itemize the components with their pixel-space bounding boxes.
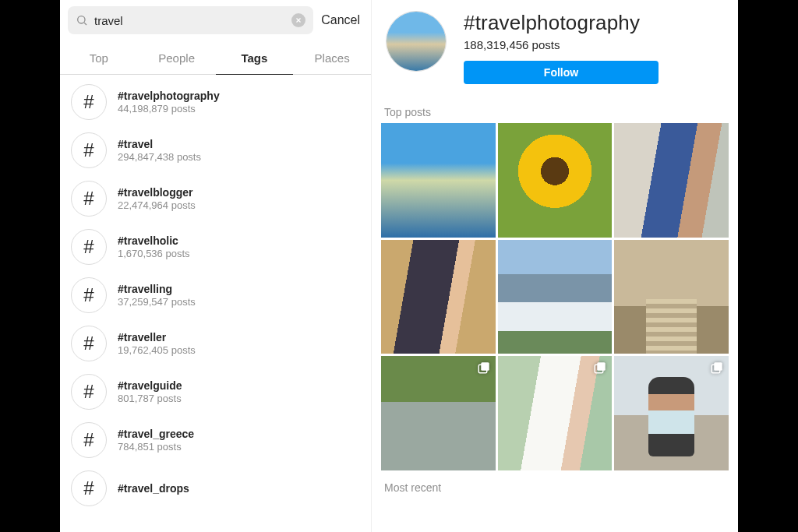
svg-rect-6	[598, 363, 606, 372]
hashtag-result[interactable]: ##travelling37,259,547 posts	[60, 271, 371, 319]
hashtag-result[interactable]: ##traveller19,762,405 posts	[60, 319, 371, 368]
search-row: Cancel	[60, 0, 371, 42]
post-thumbnail[interactable]	[498, 240, 613, 354]
follow-button[interactable]: Follow	[464, 61, 659, 84]
result-name: #travel_greece	[118, 428, 194, 440]
result-name: #travelholic	[118, 234, 190, 247]
clear-search-icon[interactable]	[291, 13, 305, 27]
result-name: #travelling	[118, 283, 196, 295]
post-thumbnail[interactable]	[614, 123, 729, 238]
search-input[interactable]	[88, 14, 291, 27]
hashtag-result[interactable]: ##travelblogger22,474,964 posts	[60, 174, 371, 223]
hashtag-result[interactable]: ##travelphotography44,198,879 posts	[60, 78, 371, 126]
hashtag-result[interactable]: ##travel_greece784,851 posts	[60, 416, 371, 464]
result-name: #traveller	[118, 331, 196, 344]
result-post-count: 801,787 posts	[118, 393, 182, 404]
hash-icon: #	[71, 84, 107, 120]
svg-line-1	[84, 23, 87, 25]
post-thumbnail[interactable]	[381, 240, 496, 354]
result-post-count: 37,259,547 posts	[118, 296, 196, 308]
post-thumbnail[interactable]	[381, 356, 496, 470]
post-thumbnail[interactable]	[614, 356, 729, 470]
multi-post-icon	[593, 361, 607, 375]
hashtag-result[interactable]: ##travel294,847,438 posts	[60, 126, 371, 174]
hashtag-avatar	[386, 11, 447, 72]
result-post-count: 784,851 posts	[118, 441, 194, 453]
hash-icon: #	[71, 470, 107, 506]
tab-top[interactable]: Top	[60, 42, 138, 74]
hash-icon: #	[71, 181, 107, 217]
cancel-button[interactable]: Cancel	[321, 13, 363, 27]
hash-icon: #	[71, 422, 107, 458]
multi-post-icon	[477, 361, 491, 375]
multi-post-icon	[710, 361, 724, 375]
hash-icon: #	[71, 277, 107, 313]
top-posts-label: Top posts	[372, 95, 738, 123]
top-posts-grid	[372, 123, 738, 470]
result-post-count: 44,198,879 posts	[118, 103, 220, 115]
search-pane: Cancel TopPeopleTagsPlaces ##travelphoto…	[60, 0, 372, 532]
result-name: #travel_drops	[118, 482, 189, 495]
result-post-count: 22,474,964 posts	[118, 199, 196, 211]
hash-icon: #	[71, 132, 107, 168]
hashtag-header: #travelphotography 188,319,456 posts Fol…	[372, 5, 738, 95]
hashtag-detail-pane: #travelphotography 188,319,456 posts Fol…	[372, 0, 738, 532]
hashtag-post-count: 188,319,456 posts	[464, 38, 560, 51]
hashtag-result[interactable]: ##travelholic1,670,536 posts	[60, 223, 371, 271]
tab-tags[interactable]: Tags	[216, 42, 294, 75]
hash-icon: #	[71, 229, 107, 265]
result-post-count: 1,670,536 posts	[118, 248, 190, 259]
result-name: #travel	[118, 138, 201, 150]
hashtag-title: #travelphotography	[464, 11, 640, 35]
result-name: #travelphotography	[118, 90, 220, 102]
post-thumbnail[interactable]	[498, 356, 613, 470]
hashtag-result[interactable]: ##travelguide801,787 posts	[60, 368, 371, 416]
hashtag-result[interactable]: ##travel_drops	[60, 464, 371, 513]
svg-rect-4	[481, 363, 489, 372]
svg-rect-8	[714, 363, 722, 372]
search-results: ##travelphotography44,198,879 posts##tra…	[60, 75, 371, 532]
result-post-count: 19,762,405 posts	[118, 344, 196, 356]
post-thumbnail[interactable]	[381, 123, 496, 238]
hash-icon: #	[71, 326, 107, 361]
tab-places[interactable]: Places	[293, 42, 371, 74]
tab-people[interactable]: People	[138, 42, 216, 74]
result-post-count: 294,847,438 posts	[118, 151, 201, 163]
search-tabs: TopPeopleTagsPlaces	[60, 42, 371, 75]
search-icon	[76, 14, 88, 26]
svg-point-0	[78, 16, 85, 23]
result-name: #travelblogger	[118, 186, 196, 199]
search-box[interactable]	[68, 6, 313, 34]
recent-posts-label: Most recent	[372, 470, 738, 499]
post-thumbnail[interactable]	[498, 123, 613, 238]
post-thumbnail[interactable]	[614, 240, 729, 354]
hash-icon: #	[71, 374, 107, 410]
result-name: #travelguide	[118, 379, 182, 392]
